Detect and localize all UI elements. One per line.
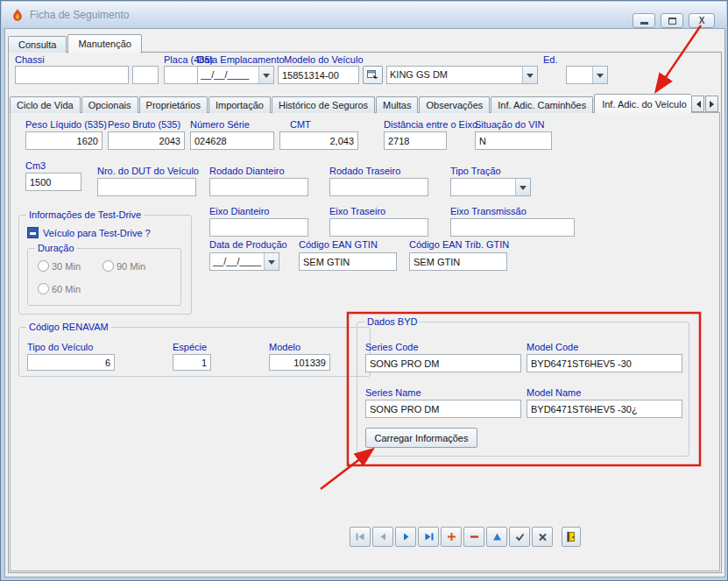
nav-insert-button[interactable] <box>441 527 462 547</box>
rodado-traseiro-label: Rodado Traseiro <box>329 166 400 177</box>
modelo-code-input[interactable] <box>278 66 359 84</box>
exit-button[interactable] <box>562 527 581 547</box>
cm3-input[interactable] <box>25 173 81 191</box>
modelo-lookup-button[interactable] <box>363 66 383 84</box>
eixo-dianteiro-input[interactable] <box>209 218 308 237</box>
ed-select[interactable] <box>566 66 608 84</box>
modelo-renavam-input[interactable] <box>269 354 330 371</box>
situacao-vin-label: Situação do VIN <box>475 119 545 131</box>
table-lookup-icon <box>366 68 379 81</box>
eixo-traseiro-input[interactable] <box>329 218 428 237</box>
cmt-label: CMT <box>290 119 311 131</box>
dropdown-arrow-icon <box>264 253 279 270</box>
model-name-input[interactable] <box>527 400 682 418</box>
titlebar: Ficha de Seguimento X <box>2 2 726 28</box>
nav-next-button[interactable] <box>395 527 416 547</box>
radio-90-min <box>102 260 114 272</box>
data-emplacamento-select[interactable]: __/__/____ <box>197 66 274 84</box>
tab-inf-adic-do-veiculo[interactable]: Inf. Adic. do Veículo <box>594 94 691 113</box>
dut-input[interactable] <box>97 178 196 196</box>
cmt-input[interactable] <box>279 131 358 150</box>
ed-label: Ed. <box>543 54 558 66</box>
series-code-label: Series Code <box>365 342 419 353</box>
eixo-traseiro-label: Eixo Traseiro <box>329 206 385 217</box>
dut-label: Nro. do DUT do Veículo <box>97 166 199 177</box>
especie-label: Espécie <box>173 342 207 353</box>
tab-consulta[interactable]: Consulta <box>8 36 67 53</box>
tab-inf-adic-caminhoes[interactable]: Inf. Adic. Caminhões <box>491 96 593 113</box>
maximize-button[interactable] <box>661 13 683 28</box>
model-code-input[interactable] <box>527 354 682 372</box>
minus-icon <box>469 531 480 542</box>
dropdown-arrow-icon <box>515 179 530 195</box>
modelo-veiculo-label: Modelo do Veículo <box>284 54 364 66</box>
nav-edit-button[interactable] <box>486 527 507 547</box>
nav-first-icon <box>355 531 366 542</box>
nav-post-button[interactable] <box>509 527 530 547</box>
rodado-traseiro-input[interactable] <box>329 178 428 196</box>
tab-scroll-right-button[interactable] <box>705 96 718 112</box>
radio-60-min-label: 60 Min <box>52 284 81 295</box>
chassi-input[interactable] <box>15 66 129 84</box>
plus-icon <box>446 531 457 542</box>
duracao-group-title: Duração <box>35 243 77 253</box>
dropdown-arrow-icon <box>522 67 537 83</box>
tipo-veiculo-input[interactable] <box>27 354 115 371</box>
tab-importacao[interactable]: Importação <box>209 96 271 113</box>
nav-delete-button[interactable] <box>463 527 484 547</box>
especie-input[interactable] <box>173 354 211 371</box>
series-name-input[interactable] <box>365 400 521 418</box>
chassi-digit-input[interactable] <box>132 66 159 84</box>
tipo-tracao-select[interactable] <box>450 178 531 196</box>
ean-gtin-input[interactable] <box>299 252 397 271</box>
tab-proprietarios[interactable]: Proprietários <box>139 96 208 113</box>
tab-opcionais[interactable]: Opcionais <box>81 96 138 113</box>
eixo-dianteiro-label: Eixo Dianteiro <box>209 206 269 217</box>
radio-30-min <box>38 260 49 272</box>
data-producao-select[interactable]: __/__/____ <box>209 252 279 271</box>
nav-next-icon <box>400 531 412 542</box>
eixo-transmissao-input[interactable] <box>450 218 575 237</box>
eixo-transmissao-label: Eixo Transmissão <box>450 206 527 217</box>
chassi-label: Chassi <box>15 54 45 66</box>
minimize-button[interactable] <box>633 13 655 28</box>
nav-cancel-button[interactable] <box>532 527 553 547</box>
test-drive-checkbox[interactable] <box>27 227 39 238</box>
ean-gtin-label: Código EAN GTIN <box>299 239 378 251</box>
tab-observacoes[interactable]: Observações <box>419 96 490 113</box>
close-button[interactable]: X <box>689 13 715 28</box>
maximize-icon <box>668 18 676 25</box>
tab-ciclo-de-vida[interactable]: Ciclo de Vida <box>10 96 81 113</box>
dropdown-arrow-icon <box>592 67 607 83</box>
chevron-right-icon <box>710 101 717 108</box>
app-window: Ficha de Seguimento X Consulta Manutençã… <box>0 0 728 581</box>
peso-bruto-input[interactable] <box>108 131 185 150</box>
modelo-renavam-label: Modelo <box>269 342 300 353</box>
series-code-input[interactable] <box>365 354 521 372</box>
x-icon <box>537 531 548 542</box>
data-producao-label: Data de Produção <box>209 239 287 251</box>
tab-multas[interactable]: Multas <box>376 96 418 113</box>
distancia-eixo-input[interactable] <box>384 131 447 150</box>
situacao-vin-input[interactable] <box>475 131 552 150</box>
radio-30-min-label: 30 Min <box>52 261 81 273</box>
close-icon: X <box>699 17 705 25</box>
sub-tab-bar: Ciclo de Vida Opcionais Proprietários Im… <box>10 93 691 113</box>
modelo-name-select[interactable]: KING GS DM <box>386 66 538 84</box>
chevron-left-icon <box>693 101 701 108</box>
nav-last-button[interactable] <box>418 527 439 547</box>
ed-value <box>567 67 592 83</box>
tab-historico-de-seguros[interactable]: Histórico de Seguros <box>272 96 375 113</box>
tab-manutencao[interactable]: Manutenção <box>67 34 142 53</box>
peso-liquido-input[interactable] <box>25 131 102 150</box>
nav-first-button[interactable] <box>350 527 371 547</box>
ean-trib-gtin-input[interactable] <box>409 252 507 271</box>
cm3-label: Cm3 <box>25 160 46 172</box>
nav-prior-button[interactable] <box>372 527 393 547</box>
numero-serie-input[interactable] <box>190 131 274 150</box>
tab-scroll-left-button[interactable] <box>691 96 704 112</box>
carregar-informacoes-button[interactable]: Carregar Informações <box>365 428 477 448</box>
data-emplacamento-value: __/__/____ <box>198 67 258 83</box>
rodado-dianteiro-label: Rodado Dianteiro <box>209 166 285 177</box>
rodado-dianteiro-input[interactable] <box>209 178 308 196</box>
